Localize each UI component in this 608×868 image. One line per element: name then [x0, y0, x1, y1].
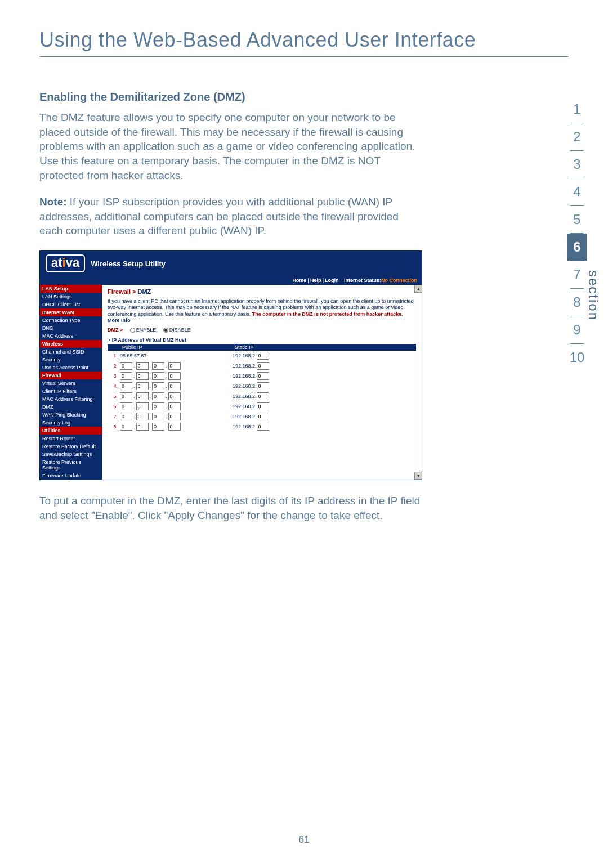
sidebar-item[interactable]: WAN Ping Blocking: [40, 411, 102, 419]
public-ip-octet[interactable]: [120, 362, 132, 370]
nav-home[interactable]: Home: [292, 278, 306, 283]
static-ip-last-octet[interactable]: [257, 402, 269, 410]
public-ip-octet[interactable]: [120, 423, 132, 431]
section-nav-item[interactable]: 6: [567, 234, 587, 261]
router-headline: Wireless Setup Utility: [91, 259, 166, 268]
router-ui-screenshot: ativa Wireless Setup Utility Home|Help|L…: [39, 250, 422, 480]
sidebar-item[interactable]: MAC Address Filtering: [40, 395, 102, 403]
table-row: 1.95.65.67.67192.168.2.: [108, 351, 416, 361]
public-ip-octet[interactable]: [136, 423, 149, 431]
sidebar-item[interactable]: Channel and SSID: [40, 348, 102, 356]
router-topnav: Home|Help|Login Internet Status:No Conne…: [40, 276, 422, 285]
public-ip-octet[interactable]: [136, 392, 149, 400]
section-nav-item[interactable]: 7: [567, 261, 587, 288]
router-content: ▴ Firewall > DMZ If you have a client PC…: [102, 285, 422, 480]
public-ip-octet[interactable]: [152, 372, 164, 380]
nav-login[interactable]: Login: [325, 278, 339, 283]
brand-logo: ativa: [46, 254, 85, 272]
scroll-up-icon[interactable]: ▴: [414, 285, 422, 293]
sidebar-item[interactable]: Connection Type: [40, 316, 102, 324]
sidebar-item[interactable]: Client IP Filters: [40, 387, 102, 395]
public-ip-octet[interactable]: [152, 392, 164, 400]
sidebar-item[interactable]: DNS: [40, 324, 102, 332]
sidebar-item[interactable]: Use as Access Point: [40, 364, 102, 372]
sidebar-group: LAN Setup: [40, 285, 102, 293]
public-ip-octet[interactable]: [120, 382, 132, 390]
static-ip-last-octet[interactable]: [257, 413, 269, 420]
sidebar-item[interactable]: MAC Address: [40, 332, 102, 340]
public-ip-octet[interactable]: [120, 392, 132, 400]
static-ip-last-octet[interactable]: [257, 423, 269, 431]
note-text: If your ISP subscription provides you wi…: [39, 196, 399, 236]
section-nav: 12345678910: [567, 96, 587, 371]
table-caption: > IP Address of Virtual DMZ Host: [108, 337, 416, 343]
intro-paragraph: The DMZ feature allows you to specify on…: [39, 110, 422, 182]
table-header: Public IP Static IP: [108, 344, 416, 351]
status-value: No Connection: [381, 278, 417, 283]
public-ip-octet[interactable]: [120, 372, 132, 380]
public-ip-octet[interactable]: [168, 392, 181, 400]
table-row: 7....192.168.2.: [108, 411, 416, 422]
section-nav-item[interactable]: 2: [567, 123, 587, 150]
static-ip-last-octet[interactable]: [257, 392, 269, 400]
public-ip-octet[interactable]: [168, 382, 181, 390]
table-row: 5....192.168.2.: [108, 391, 416, 401]
table-row: 4....192.168.2.: [108, 381, 416, 391]
section-nav-item[interactable]: 3: [567, 151, 587, 178]
public-ip-octet[interactable]: [120, 402, 132, 410]
section-label: section: [585, 270, 601, 321]
static-ip-last-octet[interactable]: [257, 362, 269, 370]
public-ip-octet[interactable]: [152, 362, 164, 370]
sidebar-item[interactable]: Restore Factory Default: [40, 442, 102, 450]
section-nav-item[interactable]: 10: [567, 344, 587, 371]
public-ip-octet[interactable]: [136, 372, 149, 380]
section-nav-item[interactable]: 8: [567, 289, 587, 316]
public-ip-octet[interactable]: [136, 382, 149, 390]
table-row: 6....192.168.2.: [108, 401, 416, 411]
static-ip-last-octet[interactable]: [257, 352, 269, 360]
table-row: 3....192.168.2.: [108, 371, 416, 381]
public-ip-octet[interactable]: [168, 362, 181, 370]
sidebar-item[interactable]: Security Log: [40, 419, 102, 427]
more-info-link[interactable]: More Info: [108, 317, 131, 323]
section-nav-item[interactable]: 5: [567, 206, 587, 233]
section-nav-item[interactable]: 9: [567, 316, 587, 343]
breadcrumb: Firewall > DMZ: [108, 288, 416, 295]
sidebar-group: Wireless: [40, 340, 102, 348]
status-label: Internet Status:: [344, 278, 381, 283]
sidebar-item[interactable]: Firmware Update: [40, 472, 102, 480]
sidebar-item[interactable]: DMZ: [40, 403, 102, 411]
nav-help[interactable]: Help: [310, 278, 321, 283]
page-number: 61: [0, 834, 608, 845]
table-row: 8....192.168.2.: [108, 422, 416, 432]
public-ip-octet[interactable]: [136, 413, 149, 420]
section-nav-item[interactable]: 4: [567, 178, 587, 205]
public-ip-octet[interactable]: [152, 423, 164, 431]
disable-radio[interactable]: [163, 328, 168, 333]
note-paragraph: Note: If your ISP subscription provides …: [39, 195, 422, 238]
public-ip-octet[interactable]: [152, 413, 164, 420]
public-ip-octet[interactable]: [136, 362, 149, 370]
public-ip-octet[interactable]: [152, 402, 164, 410]
sidebar-item[interactable]: Virtual Servers: [40, 379, 102, 387]
static-ip-last-octet[interactable]: [257, 372, 269, 380]
sidebar-item[interactable]: DHCP Client List: [40, 301, 102, 308]
sidebar-item[interactable]: Restart Router: [40, 435, 102, 442]
public-ip-octet[interactable]: [168, 423, 181, 431]
public-ip-octet[interactable]: [120, 413, 132, 420]
section-nav-item[interactable]: 1: [567, 96, 587, 123]
public-ip-octet[interactable]: [168, 402, 181, 410]
public-ip-octet[interactable]: [136, 402, 149, 410]
static-ip-last-octet[interactable]: [257, 382, 269, 390]
public-ip-octet[interactable]: [168, 372, 181, 380]
scroll-down-icon[interactable]: ▾: [414, 472, 422, 480]
public-ip-octet[interactable]: [168, 413, 181, 420]
public-ip-octet[interactable]: [152, 382, 164, 390]
sidebar-item[interactable]: Security: [40, 356, 102, 364]
router-sidebar: LAN SetupLAN SettingsDHCP Client ListInt…: [40, 285, 102, 480]
sidebar-item[interactable]: Restore Previous Settings: [40, 458, 102, 472]
enable-radio[interactable]: [130, 328, 135, 333]
sidebar-item[interactable]: Save/Backup Settings: [40, 450, 102, 458]
sidebar-item[interactable]: LAN Settings: [40, 293, 102, 301]
section-subheading: Enabling the Demilitarized Zone (DMZ): [39, 91, 569, 104]
